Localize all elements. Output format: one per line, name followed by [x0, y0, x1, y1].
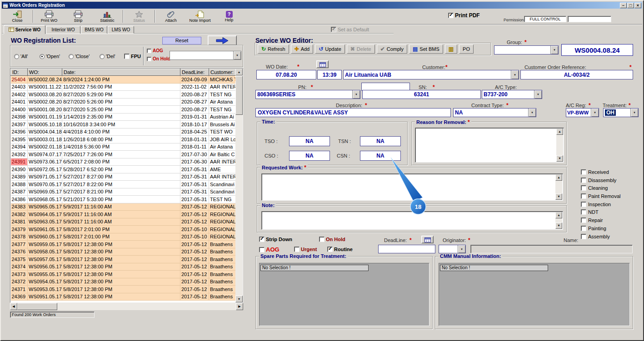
checkbox-icon[interactable]: [259, 247, 265, 252]
checkbox-icon[interactable]: [327, 247, 333, 252]
urgent-checkbox[interactable]: Urgent: [294, 247, 317, 252]
cell-date[interactable]: 1/26/2018 6:08:00 PM: [62, 136, 180, 143]
cell-customer[interactable]: Braathens: [209, 278, 236, 286]
checkbox-icon[interactable]: [124, 54, 130, 59]
cell-wo[interactable]: WS0973.06.17: [28, 158, 62, 166]
dropdown-icon[interactable]: ▼: [352, 90, 360, 99]
cell-date[interactable]: 5/8/2017 2:01:00 PM: [62, 226, 180, 233]
cell-deadline[interactable]: 2017-05-31: [180, 173, 209, 181]
scroll-left-icon[interactable]: ◀: [10, 303, 17, 310]
routine-checkbox[interactable]: Routine: [327, 247, 353, 252]
refresh-button[interactable]: ↻ Refresh: [258, 44, 289, 54]
cell-date[interactable]: 8/27/2020 5:26:00 PM: [62, 98, 180, 106]
cell-customer[interactable]: Brussels Ai: [209, 121, 236, 128]
col-wo[interactable]: WO:: [28, 69, 62, 76]
col-date[interactable]: Date:: [62, 69, 180, 76]
cell-wo[interactable]: WS0001.08.20: [28, 106, 62, 114]
grid-vertical-scrollbar[interactable]: ▲ ▼: [235, 69, 243, 302]
wo-row[interactable]: 24375WS0957.05.175/8/2017 12:38:00 PM201…: [11, 256, 236, 263]
group-combo[interactable]: ▼: [494, 45, 559, 54]
minimize-button[interactable]: −: [620, 3, 627, 8]
scroll-down-icon[interactable]: ▼: [556, 155, 563, 162]
cell-id[interactable]: 24388: [11, 181, 28, 188]
cell-deadline[interactable]: 2018-10-17: [180, 121, 209, 128]
print-wo-button[interactable]: Print WO: [35, 10, 64, 24]
cell-date[interactable]: 5/8/2017 12:38:00 PM: [62, 293, 180, 301]
cell-wo[interactable]: WS0964.05.17: [28, 211, 62, 218]
cell-date[interactable]: 11/2/2022 7:56:00 PM: [62, 83, 180, 91]
col-customer[interactable]: Customer:: [209, 69, 236, 76]
treatment-step-received[interactable]: Received: [581, 169, 621, 175]
aog-filter-checkbox[interactable]: AOG: [147, 48, 163, 53]
cell-date[interactable]: 5/27/2017 8:27:00 PM: [62, 173, 180, 181]
cell-customer[interactable]: REGIONAL: [209, 233, 236, 241]
wo-row[interactable]: 24386WS0968.05.175/21/2017 5:33:00 PM201…: [11, 196, 236, 203]
cell-date[interactable]: 5/28/2017 6:52:00 PM: [62, 166, 180, 173]
wo-time-field[interactable]: 13:39: [317, 70, 342, 79]
dropdown-icon[interactable]: ▼: [630, 109, 638, 117]
cell-date[interactable]: 5/9/2017 11:16:00 AM: [62, 211, 180, 218]
cell-customer[interactable]: Air Baltic C: [209, 151, 236, 158]
cell-id[interactable]: 24374: [11, 263, 28, 271]
pn-value[interactable]: 806369SERIES: [256, 90, 352, 99]
cell-customer[interactable]: Braathens: [209, 293, 236, 301]
cell-wo[interactable]: WS0960.05.17: [28, 233, 62, 241]
cell-id[interactable]: 24381: [11, 218, 28, 226]
cell-customer[interactable]: REGIONAL: [209, 218, 236, 226]
cell-date[interactable]: 5/8/2017 12:38:00 PM: [62, 278, 180, 286]
pn-combo[interactable]: 806369SERIES ▼: [255, 90, 360, 99]
comply-button[interactable]: ✔ Comply: [377, 44, 407, 54]
dropdown-icon[interactable]: ▼: [550, 46, 558, 54]
po-button[interactable]: PO: [459, 44, 474, 54]
cell-deadline[interactable]: 2017-05-12: [180, 211, 209, 218]
wo-row[interactable]: 25404WS0002.08.248/9/2024 1:24:00 PM2024…: [11, 76, 236, 84]
cell-wo[interactable]: WS0954.05.17: [28, 278, 62, 286]
ac-reg-value[interactable]: VP-BWW: [566, 109, 591, 117]
cell-id[interactable]: 24390: [11, 166, 28, 173]
wo-row[interactable]: 24371WS0953.05.175/8/2017 12:38:00 PM201…: [11, 286, 236, 293]
checkbox-icon[interactable]: [581, 193, 586, 199]
cell-id[interactable]: 24401: [11, 98, 28, 106]
maximize-button[interactable]: □: [627, 3, 634, 8]
col-deadline[interactable]: DeadLine:: [180, 69, 209, 76]
tab-interior-wo[interactable]: Interior WO: [46, 26, 80, 34]
cell-id[interactable]: 24392: [11, 151, 28, 158]
cell-deadline[interactable]: 2018-01-11: [180, 143, 209, 151]
checkbox-icon[interactable]: [581, 217, 586, 223]
cell-customer[interactable]: Scandinavi: [209, 181, 236, 188]
wo-row[interactable]: 24391WS0973.06.176/5/2017 2:08:00 PM2017…: [11, 158, 236, 166]
cell-customer[interactable]: AAR INTER: [209, 158, 236, 166]
update-button[interactable]: ↺ Update: [315, 44, 345, 54]
wo-row[interactable]: 24390WS0972.05.175/28/2017 6:52:00 PM201…: [11, 166, 236, 173]
tab-bms-wo[interactable]: BMS WO: [81, 26, 107, 34]
wo-row[interactable]: 24382WS0964.05.175/9/2017 11:16:00 AM201…: [11, 211, 236, 218]
checkbox-icon[interactable]: [448, 13, 454, 18]
checkbox-icon[interactable]: [581, 226, 586, 231]
cell-deadline[interactable]: 2017-05-31: [180, 188, 209, 196]
scroll-up-icon[interactable]: ▲: [555, 174, 562, 181]
originator-combo[interactable]: ▼: [439, 245, 466, 253]
statistic-button[interactable]: Statistic: [93, 10, 122, 24]
cell-id[interactable]: 24383: [11, 203, 28, 211]
cell-id[interactable]: 24375: [11, 256, 28, 263]
dropdown-icon[interactable]: ▼: [511, 70, 519, 79]
cell-wo[interactable]: WS0002.08.24: [28, 76, 62, 84]
wo-search-combo[interactable]: ▼: [170, 51, 241, 60]
close-window-button[interactable]: ×: [634, 3, 641, 8]
cell-deadline[interactable]: 2019-01-31: [180, 113, 209, 121]
cell-date[interactable]: 5/8/2017 12:38:00 PM: [62, 263, 180, 271]
cell-id[interactable]: 24397: [11, 121, 28, 128]
cell-customer[interactable]: TEST NG: [209, 106, 236, 114]
cell-deadline[interactable]: 2020-08-27: [180, 106, 209, 114]
cell-id[interactable]: 24376: [11, 248, 28, 256]
treatment-step-assembly[interactable]: Assembly: [581, 233, 621, 240]
scroll-up-icon[interactable]: ▲: [235, 69, 243, 75]
col-id[interactable]: ID:: [11, 69, 28, 76]
set-bms-button[interactable]: ▤ Set BMS: [409, 44, 443, 54]
cell-wo[interactable]: WS0958.05.17: [28, 248, 62, 256]
cell-date[interactable]: 6/5/2017 2:08:00 PM: [62, 158, 180, 166]
export-button[interactable]: ▥: [445, 44, 457, 54]
cell-wo[interactable]: WS0969.05.17: [28, 188, 62, 196]
deadline-field[interactable]: [378, 245, 435, 253]
cell-date[interactable]: 5/8/2017 12:38:00 PM: [62, 248, 180, 256]
